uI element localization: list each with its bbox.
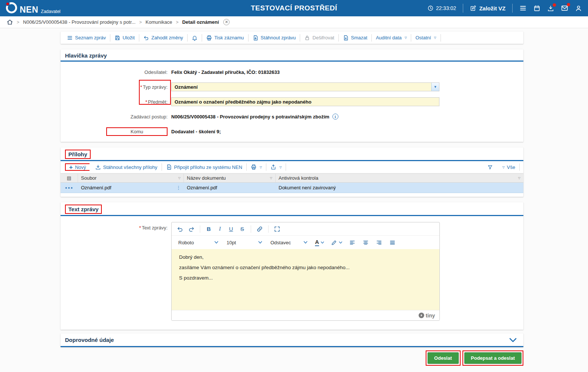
message-paragraph: Dobrý den,: [179, 254, 432, 260]
save-icon: [114, 35, 120, 41]
procedure-label: Zadávací postup:: [61, 114, 171, 120]
font-family-select[interactable]: Roboto: [176, 238, 221, 247]
breadcrumb: > N006/25/V00005438 - Provozování prodej…: [0, 16, 588, 28]
brand-subtitle: Zadavatel: [41, 9, 61, 14]
toolbar-separator: [200, 225, 200, 233]
fullscreen-icon[interactable]: [272, 224, 282, 234]
nen-logo-dot: [6, 2, 10, 6]
undo-icon[interactable]: [175, 224, 185, 234]
column-header-antivirus[interactable]: Antivirová kontrola ▽: [276, 174, 523, 182]
print-attachments-button[interactable]: ▽: [247, 163, 266, 171]
message-text-label: *Text zprávy:: [61, 222, 171, 231]
send-button[interactable]: Odeslat: [428, 352, 459, 364]
section-accompanying-data[interactable]: Doprovodné údaje: [61, 333, 523, 347]
create-vz-label: Založit VZ: [479, 5, 506, 12]
sender-value: Felix Okátý - Zadavatel příručka, IČO: 0…: [171, 69, 280, 75]
audit-data-button[interactable]: Auditní data ▽: [372, 34, 412, 42]
recipient-button[interactable]: Komu: [106, 127, 168, 136]
breadcrumb-procedure[interactable]: N006/25/V00005438 - Provozování prodejny…: [23, 19, 136, 25]
row-menu-icon[interactable]: ⋮: [176, 185, 181, 190]
section-attachments: Přílohy + Nový Stáhnout všechny přílohy …: [61, 147, 523, 197]
session-clock: 22:33:02: [428, 5, 457, 11]
text-color-icon: A: [315, 239, 319, 246]
message-type-select[interactable]: Oznámení ▼: [171, 82, 439, 91]
underline-icon[interactable]: U: [226, 224, 236, 234]
redo-icon[interactable]: [186, 224, 196, 234]
column-filter-icon[interactable]: ▽: [518, 176, 520, 180]
highlight-color-button[interactable]: [329, 238, 344, 247]
table-row[interactable]: ●●● Oznámení.pdf ⋮ Oznámení.pdf Dokument…: [61, 183, 523, 193]
downloads-icon[interactable]: [547, 5, 554, 12]
breadcrumb-communication[interactable]: Komunikace: [146, 19, 172, 25]
decrypt-button: Dešifrovat: [300, 34, 339, 42]
align-left-icon[interactable]: [348, 238, 357, 247]
nen-logo-icon: [6, 2, 17, 13]
filter-all-button[interactable]: ▽ Vše: [497, 163, 520, 171]
column-filter-icon[interactable]: ▽: [270, 176, 272, 180]
download-message-button[interactable]: Stáhnout zprávu: [248, 34, 301, 42]
menu-icon[interactable]: [519, 4, 527, 12]
row-drag-handle[interactable]: ●●●: [61, 183, 78, 193]
align-center-icon[interactable]: [361, 238, 371, 247]
nen-logo[interactable]: NEN Zadavatel: [6, 2, 61, 14]
messages-badge: [567, 3, 570, 6]
recipient-value: Dodavatel - školení 9;: [171, 129, 221, 134]
attach-file-icon: [166, 164, 172, 170]
text-color-button[interactable]: A: [314, 238, 326, 247]
new-attachment-button[interactable]: + Nový: [65, 163, 90, 171]
block-format-select[interactable]: Odstavec: [268, 238, 310, 247]
bold-icon[interactable]: B: [204, 224, 214, 234]
editor-toolbar-row2: Roboto 10pt Odstavec A: [172, 236, 439, 249]
link-icon[interactable]: [255, 224, 264, 234]
export-attachments-button[interactable]: ▽: [266, 163, 286, 171]
export-icon: [270, 164, 276, 170]
close-tab-icon[interactable]: ✕: [223, 19, 230, 25]
discard-changes-button[interactable]: Zahodit změny: [139, 34, 188, 42]
column-header-doc-name[interactable]: Název dokumentu ▽: [184, 174, 276, 182]
annotation-box-send: Odeslat: [426, 350, 461, 366]
header-divider: [463, 4, 463, 13]
download-all-attachments-button[interactable]: Stáhnout všechny přílohy: [91, 163, 162, 171]
breadcrumb-separator: >: [176, 20, 178, 25]
font-size-select[interactable]: 10pt: [224, 238, 264, 247]
message-paragraph: zasíláme Vám oznámení o označení předběž…: [179, 265, 432, 270]
attachments-toolbar: + Nový Stáhnout všechny přílohy Připojit…: [61, 161, 523, 173]
messages-icon[interactable]: [561, 4, 568, 12]
print-record-button[interactable]: Tisk záznamu: [202, 34, 248, 42]
message-list-button[interactable]: Seznam zpráv: [63, 34, 110, 42]
notification-button[interactable]: [188, 34, 202, 42]
align-justify-icon[interactable]: [388, 238, 397, 247]
attach-from-nen-button[interactable]: Připojit přílohu ze systému NEN: [162, 163, 247, 171]
session-time: 22:33:02: [436, 5, 457, 11]
profile-icon[interactable]: [575, 5, 582, 12]
message-text-input[interactable]: Dobrý den, zasíláme Vám oznámení o označ…: [172, 249, 439, 310]
column-header-file[interactable]: Soubor ▽: [78, 174, 184, 182]
view-toggle-icon[interactable]: ▤: [61, 174, 78, 182]
breadcrumb-current: Detail oznámení: [182, 19, 219, 25]
rich-text-editor: B I U S Roboto: [171, 222, 440, 321]
message-paragraph: S pozdravem...: [179, 275, 432, 281]
delete-button[interactable]: Smazat: [339, 34, 372, 42]
chevron-down-icon[interactable]: [509, 338, 517, 342]
subject-label: *Předmět:: [61, 99, 171, 105]
subject-input[interactable]: Oznámení o označení předběžného zájmu ja…: [171, 97, 439, 106]
align-right-icon[interactable]: [374, 238, 384, 247]
italic-icon[interactable]: I: [215, 224, 225, 234]
home-icon[interactable]: [7, 19, 13, 25]
list-icon: [67, 35, 73, 41]
sign-and-send-button[interactable]: Podepsat a odeslat: [464, 352, 522, 364]
filter-icon[interactable]: [487, 164, 493, 170]
message-type-label: *Typ zprávy:: [61, 84, 171, 90]
dropdown-icon: ▽: [502, 166, 504, 169]
create-vz-button[interactable]: Založit VZ: [470, 5, 506, 12]
column-filter-icon[interactable]: ▽: [178, 176, 181, 180]
info-icon[interactable]: i: [332, 114, 338, 120]
delete-file-icon: [343, 35, 349, 41]
dropdown-icon: ▽: [405, 36, 407, 39]
save-button[interactable]: Uložit: [110, 34, 139, 42]
strikethrough-icon[interactable]: S: [237, 224, 247, 234]
other-actions-button[interactable]: Ostatní ▽: [411, 34, 441, 42]
calendar-icon[interactable]: [533, 5, 540, 12]
chevron-down-icon[interactable]: ▼: [431, 83, 439, 91]
tinymce-brand[interactable]: tiny: [419, 313, 435, 319]
